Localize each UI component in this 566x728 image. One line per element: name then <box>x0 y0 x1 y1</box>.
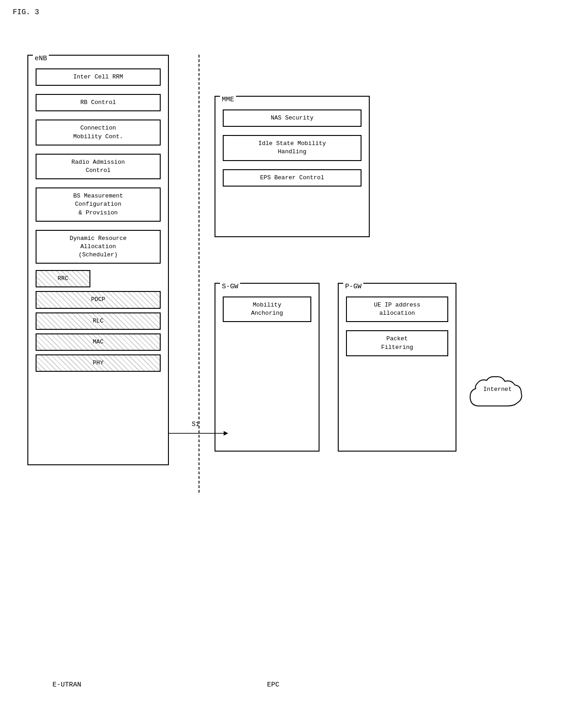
epc-label: EPC <box>267 681 279 689</box>
pdcp-box: PDCP <box>36 291 161 308</box>
figure-label: FIG. 3 <box>13 8 39 16</box>
eps-bearer-box: EPS Bearer Control <box>223 169 362 187</box>
bs-measurement-box: BS MeasurementConfiguration& Provision <box>36 187 161 222</box>
ue-ip-box: UE IP addressallocation <box>346 296 448 322</box>
nas-security-box: NAS Security <box>223 109 362 127</box>
connection-mobility-box: ConnectionMobility Cont. <box>36 120 161 145</box>
pgw-box: P-GW UE IP addressallocation PacketFilte… <box>338 283 456 452</box>
packet-filtering-box: PacketFiltering <box>346 330 448 356</box>
diagram-area: eNB Inter Cell RRM RB Control Connection… <box>18 27 548 712</box>
rrc-box: RRC <box>36 270 90 287</box>
radio-admission-box: Radio AdmissionControl <box>36 154 161 179</box>
sgw-label: S-GW <box>220 283 240 291</box>
sgw-box: S-GW MobilityAnchoring <box>215 283 320 452</box>
phy-box: PHY <box>36 354 161 372</box>
enb-label: eNB <box>33 55 49 62</box>
s1-label: S1 <box>192 421 199 428</box>
rb-control-box: RB Control <box>36 94 161 111</box>
internet-label: Internet <box>470 386 525 393</box>
enb-box: eNB Inter Cell RRM RB Control Connection… <box>27 55 169 465</box>
mac-box: MAC <box>36 333 161 351</box>
idle-state-box: Idle State MobilityHandling <box>223 135 362 161</box>
mme-label: MME <box>220 96 236 104</box>
pgw-label: P-GW <box>343 283 363 291</box>
mobility-anchoring-box: MobilityAnchoring <box>223 296 311 322</box>
inter-cell-rrm-box: Inter Cell RRM <box>36 68 161 86</box>
mme-box: MME NAS Security Idle State MobilityHand… <box>215 96 370 237</box>
dynamic-resource-box: Dynamic ResourceAllocation(Scheduler) <box>36 230 161 264</box>
eutran-label: E-UTRAN <box>52 681 81 689</box>
rlc-box: RLC <box>36 312 161 330</box>
